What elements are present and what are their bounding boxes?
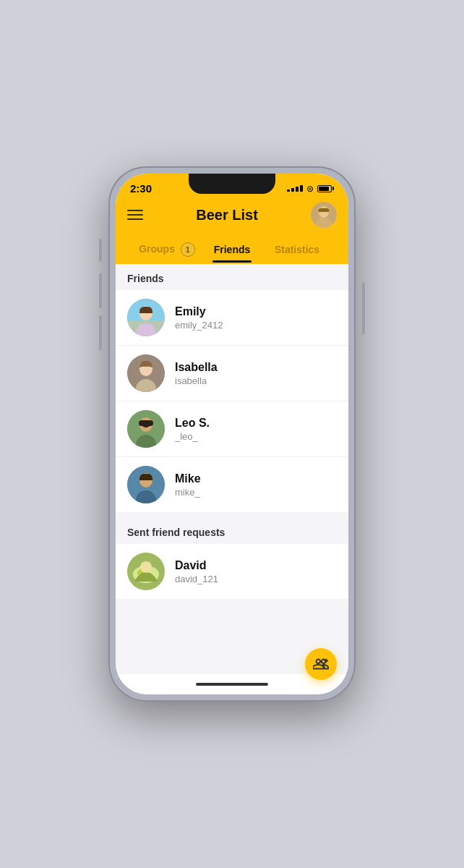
tab-friends[interactable]: Friends	[199, 237, 265, 263]
sent-requests-section-header: Sent friend requests	[116, 518, 348, 544]
friend-info: Emily emily_2412	[175, 305, 337, 331]
friend-info: Isabella isabella	[175, 361, 337, 386]
friend-info: Mike mike_	[175, 472, 337, 498]
friend-username: isabella	[175, 375, 337, 386]
mute-button	[99, 239, 102, 262]
header: Beer List	[116, 197, 348, 264]
friend-name: Isabella	[175, 361, 337, 374]
header-row: Beer List	[127, 202, 337, 235]
user-avatar[interactable]	[311, 202, 337, 228]
friend-name: Leo S.	[175, 417, 337, 430]
tab-groups[interactable]: Groups 1	[134, 235, 199, 264]
friend-username: mike_	[175, 487, 337, 498]
friend-name: Mike	[175, 472, 337, 485]
list-item[interactable]: Emily emily_2412	[116, 290, 348, 346]
friend-info: David david_121	[175, 559, 337, 584]
friend-username: emily_2412	[175, 320, 337, 331]
volume-down-button	[99, 315, 102, 350]
tab-bar: Groups 1 Friends Statistics	[127, 235, 337, 264]
friends-list: Emily emily_2412	[116, 290, 348, 512]
sent-requests-list: David david_121	[116, 544, 348, 599]
friend-username: _leo_	[175, 431, 337, 442]
list-item[interactable]: David david_121	[116, 544, 348, 599]
menu-button[interactable]	[127, 210, 143, 220]
tab-statistics[interactable]: Statistics	[265, 237, 330, 263]
friend-name: David	[175, 559, 337, 572]
status-icons: ⊜	[287, 184, 334, 194]
notch	[189, 174, 275, 194]
svg-point-18	[142, 423, 150, 427]
content-area: Friends Emily	[116, 264, 348, 674]
avatar	[127, 466, 165, 503]
avatar	[127, 410, 165, 448]
friends-section-header: Friends	[116, 264, 348, 290]
battery-icon	[317, 185, 334, 192]
friend-username: david_121	[175, 574, 337, 584]
app-title: Beer List	[196, 207, 258, 224]
status-time: 2:30	[130, 182, 152, 195]
list-item[interactable]: Leo S. _leo_	[116, 401, 348, 457]
signal-icon	[287, 185, 303, 192]
list-item[interactable]: Isabella isabella	[116, 346, 348, 401]
phone-screen: 2:30 ⊜	[116, 174, 348, 694]
friend-info: Leo S. _leo_	[175, 417, 337, 442]
avatar	[127, 354, 165, 392]
phone-frame: 2:30 ⊜	[108, 166, 356, 702]
sent-requests-section: Sent friend requests	[116, 518, 348, 599]
power-button	[362, 282, 365, 334]
avatar	[127, 553, 165, 590]
svg-point-27	[140, 561, 152, 573]
list-item[interactable]: Mike mike_	[116, 457, 348, 512]
groups-badge: 1	[181, 242, 195, 257]
volume-up-button	[99, 273, 102, 308]
add-person-icon	[313, 656, 329, 672]
add-friend-button[interactable]	[305, 648, 337, 680]
avatar	[127, 299, 165, 336]
wifi-icon: ⊜	[306, 184, 314, 194]
friend-name: Emily	[175, 305, 337, 318]
